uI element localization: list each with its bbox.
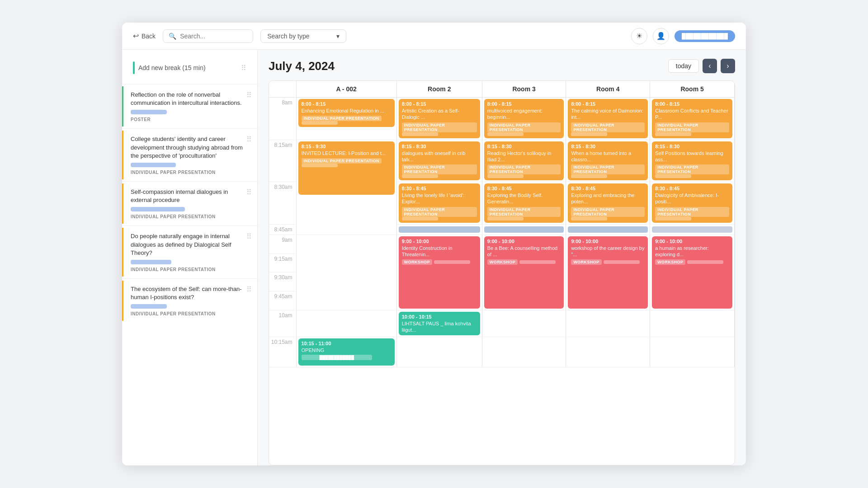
sidebar-item-title: Self-compassion internal dialogues in ex… xyxy=(131,188,246,204)
header: ↩ Back 🔍 Search by type ▾ ☀ 👤 ██████████… xyxy=(122,23,746,50)
sidebar-item-author xyxy=(131,163,176,167)
body: Add new break (15 min) ⠿ Reflection on t… xyxy=(122,50,746,465)
time-label-915: 9:15am xyxy=(269,253,296,272)
table-row: 8:15am 8:15 - 9:30 INVITED LECTURE: I-Po… xyxy=(269,140,735,182)
col-room5: Room 5 xyxy=(650,81,735,98)
cell-room5-10am xyxy=(650,310,735,337)
cell-a002-815: 8:15 - 9:30 INVITED LECTURE: I-Position … xyxy=(296,140,396,235)
event-room5-830[interactable]: 8:30 - 8:45 Dialogicity of Ambivalence: … xyxy=(652,183,732,223)
cell-room3-1015 xyxy=(482,337,566,367)
event-room2-815[interactable]: 8:15 - 8:30 dialogues with oneself in cr… xyxy=(399,141,480,181)
time-label-930: 9:30am xyxy=(269,272,296,291)
sidebar-item[interactable]: College students' identity and career de… xyxy=(122,131,257,179)
col-room2: Room 2 xyxy=(396,81,482,98)
cell-room4-815: 8:15 - 8:30 When a home turned into a cl… xyxy=(566,140,650,182)
cell-room4-845 xyxy=(566,224,650,235)
event-room2-10[interactable]: 10:00 - 10:15 LIHTSALT PAUS _ lima kohvi… xyxy=(399,312,480,336)
cell-a002-10am xyxy=(296,310,396,337)
date-title: July 4, 2024 xyxy=(269,59,668,73)
time-label-815: 8:15am xyxy=(269,140,296,182)
cell-room5-1015 xyxy=(650,337,735,367)
cell-room3-830: 8:30 - 8:45 Exploring the Bodily Self. G… xyxy=(482,182,566,225)
cell-room5-830: 8:30 - 8:45 Dialogicity of Ambivalence: … xyxy=(650,182,735,225)
search-icon: 🔍 xyxy=(169,33,176,40)
sidebar-item[interactable]: Self-compassion internal dialogues in ex… xyxy=(122,183,257,224)
user-icon-button[interactable]: 👤 xyxy=(653,28,669,44)
search-box: 🔍 xyxy=(163,29,253,43)
sidebar-item-title: The ecosystem of the Self: can more-than… xyxy=(131,285,246,301)
event-a002-1015[interactable]: 10:15 - 11:00 OPENING ████████████ xyxy=(298,338,395,366)
cell-room4-9am: 9:00 - 10:00 workshop of the career desi… xyxy=(566,235,650,310)
event-room4-8[interactable]: 8:00 - 8:15 The calming voice of Daimoni… xyxy=(568,99,648,138)
green-dot xyxy=(133,61,135,74)
event-room2-8[interactable]: 8:00 - 8:15 Artistic Creation as a Self-… xyxy=(399,99,480,138)
cell-room5-8am: 8:00 - 8:15 Classroom Conflicts and Teac… xyxy=(650,98,735,140)
main-calendar-area: July 4, 2024 today ‹ › A - 002 Room 2 Ro xyxy=(258,50,746,465)
cell-room4-8am: 8:00 - 8:15 The calming voice of Daimoni… xyxy=(566,98,650,140)
cell-a002-9am xyxy=(296,235,396,310)
back-label: Back xyxy=(142,33,156,40)
prev-button[interactable]: ‹ xyxy=(703,59,717,73)
event-room5-8[interactable]: 8:00 - 8:15 Classroom Conflicts and Teac… xyxy=(652,99,732,138)
event-room4-830[interactable]: 8:30 - 8:45 Exploring and embracing the … xyxy=(568,183,648,223)
col-room3: Room 3 xyxy=(482,81,566,98)
cell-room5-815: 8:15 - 8:30 Self Positions towards learn… xyxy=(650,140,735,182)
time-label-9am: 9am xyxy=(269,235,296,253)
event-room5-9[interactable]: 9:00 - 10:00 a humain as researcher: exp… xyxy=(652,236,732,309)
event-room2-830[interactable]: 8:30 - 8:45 Living the lonely life I 'av… xyxy=(399,183,480,223)
cell-room4-10am xyxy=(566,310,650,337)
time-label-10am: 10am xyxy=(269,310,296,337)
cell-room5-9am: 9:00 - 10:00 a humain as researcher: exp… xyxy=(650,235,735,310)
type-dropdown-label: Search by type xyxy=(267,33,309,40)
cell-a002-1015: 10:15 - 11:00 OPENING ████████████ xyxy=(296,337,396,367)
drag-handle-icon: ⠿ xyxy=(241,64,246,72)
app-window: ↩ Back 🔍 Search by type ▾ ☀ 👤 ██████████… xyxy=(122,23,746,465)
event-a002-8[interactable]: 8:00 - 8:15 Enhancing Emotional Regulati… xyxy=(298,99,395,127)
cell-room4-1015 xyxy=(566,337,650,367)
sidebar-item-title: College students' identity and career de… xyxy=(131,135,246,160)
cell-room2-830: 8:30 - 8:45 Living the lonely life I 'av… xyxy=(396,182,482,225)
col-room4: Room 4 xyxy=(566,81,650,98)
event-room4-815[interactable]: 8:15 - 8:30 When a home turned into a cl… xyxy=(568,141,648,181)
sun-icon-button[interactable]: ☀ xyxy=(631,28,647,44)
type-dropdown[interactable]: Search by type ▾ xyxy=(260,29,346,43)
sidebar-item-author xyxy=(131,304,167,309)
today-button[interactable]: today xyxy=(668,59,699,73)
cell-a002-8am: 8:00 - 8:15 Enhancing Emotional Regulati… xyxy=(296,98,396,140)
event-room3-830[interactable]: 8:30 - 8:45 Exploring the Bodily Self. G… xyxy=(484,183,564,223)
event-room5-815[interactable]: 8:15 - 8:30 Self Positions towards learn… xyxy=(652,141,732,181)
sidebar-item-author xyxy=(131,260,171,264)
header-actions: ☀ 👤 ████████████ xyxy=(631,28,735,44)
cell-room2-815: 8:15 - 8:30 dialogues with oneself in cr… xyxy=(396,140,482,182)
event-room3-815[interactable]: 8:15 - 8:30 Reading Hector's soliloquy i… xyxy=(484,141,564,181)
event-a002-815[interactable]: 8:15 - 9:30 INVITED LECTURE: I-Position … xyxy=(298,141,395,195)
event-room3-8[interactable]: 8:00 - 8:15 multivoiced engagement: begi… xyxy=(484,99,564,138)
add-break-label: Add new break (15 min) xyxy=(138,64,206,71)
sidebar-item[interactable]: The ecosystem of the Self: can more-than… xyxy=(122,281,257,321)
sidebar-item[interactable]: Do people naturally engage in internal d… xyxy=(122,228,257,277)
table-row: 8am 8:00 - 8:15 Enhancing Emotional Regu… xyxy=(269,98,735,140)
sidebar: Add new break (15 min) ⠿ Reflection on t… xyxy=(122,50,258,465)
cell-room3-8am: 8:00 - 8:15 multivoiced engagement: begi… xyxy=(482,98,566,140)
sidebar-item-type: INDIVIDUAL PAPER PRESENTATION xyxy=(131,170,246,175)
drag-handle-icon: ⠿ xyxy=(246,188,252,197)
next-button[interactable]: › xyxy=(721,59,735,73)
back-button[interactable]: ↩ Back xyxy=(133,32,156,40)
sidebar-item-title: Do people naturally engage in internal d… xyxy=(131,232,246,257)
add-break-button[interactable]: Add new break (15 min) ⠿ xyxy=(126,57,254,79)
drag-handle-icon: ⠿ xyxy=(246,135,252,144)
nav-controls: today ‹ › xyxy=(668,59,735,73)
sidebar-item-type: INDIVIDUAL PAPER PRESENTATION xyxy=(131,267,246,272)
search-input[interactable] xyxy=(180,33,247,40)
time-label-945: 9:45am xyxy=(269,291,296,310)
sidebar-item[interactable]: Reflection on the role of nonverbal comm… xyxy=(122,86,257,127)
user-pill[interactable]: ████████████ xyxy=(675,30,735,42)
table-row: 10:15am 10:15 - 11:00 OPENING ██████████… xyxy=(269,337,735,367)
event-room4-9[interactable]: 9:00 - 10:00 workshop of the career desi… xyxy=(568,236,648,309)
cell-room2-10am: 10:00 - 10:15 LIHTSALT PAUS _ lima kohvi… xyxy=(396,310,482,337)
event-room2-9[interactable]: 9:00 - 10:00 Identity Construction in Th… xyxy=(399,236,480,309)
sidebar-item-author xyxy=(131,110,167,114)
event-room3-9[interactable]: 9:00 - 10:00 Be a Bee: A counselling met… xyxy=(484,236,564,309)
drag-handle-icon: ⠿ xyxy=(246,91,252,99)
calendar-table: A - 002 Room 2 Room 3 Room 4 Room 5 8am xyxy=(269,81,735,367)
